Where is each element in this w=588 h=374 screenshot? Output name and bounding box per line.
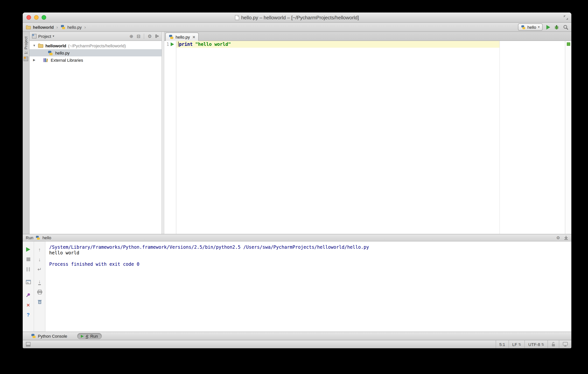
fullscreen-icon[interactable] — [563, 15, 568, 20]
project-tool-window-button[interactable]: 1: Project — [24, 36, 28, 54]
python-file-icon — [61, 25, 65, 30]
tree-file-name: hello.py — [55, 51, 70, 55]
run-configuration-select[interactable]: hello ▾ — [518, 23, 543, 31]
tree-row-external-libraries[interactable]: ▶ External Libraries — [30, 56, 162, 64]
run-panel-title: Run — [26, 235, 33, 240]
toolbar-divider — [144, 33, 144, 39]
run-tab-number: 4 — [86, 334, 88, 338]
close-window-button[interactable] — [26, 15, 31, 20]
run-tool-window-tab[interactable]: ▶ 4: Run — [77, 333, 102, 339]
status-bar: 5:1 LF ⇅ UTF-8 ⇅ — [23, 340, 571, 348]
settings-gear-button[interactable]: ⚙ — [147, 34, 152, 38]
chevron-down-icon: ▾ — [53, 34, 54, 38]
hide-run-panel-button[interactable] — [564, 235, 568, 240]
clear-console-button[interactable] — [35, 298, 44, 306]
main-area: 1: Project Project ▾ ⊕ ⊟ — [23, 32, 571, 234]
monitor-icon[interactable] — [559, 340, 571, 348]
rerun-button[interactable] — [24, 245, 32, 254]
project-tool-window-icon — [23, 57, 28, 62]
run-tab-play-icon: ▶ — [81, 334, 84, 338]
project-view-selector[interactable]: Project — [38, 34, 51, 38]
chevron-right-icon: › — [56, 24, 59, 30]
run-gutter-icon[interactable] — [171, 43, 174, 46]
tree-expand-toggle[interactable]: ▼ — [32, 44, 36, 47]
console-line: /System/Library/Frameworks/Python.framew… — [49, 245, 567, 250]
tree-project-path: (~/PycharmProjects/helloworld) — [68, 43, 126, 48]
encoding-widget[interactable]: UTF-8 ⇅ — [525, 340, 547, 348]
locate-file-button[interactable]: ⊕ — [129, 34, 133, 38]
window-title: hello.py – helloworld – [~/PycharmProjec… — [241, 15, 359, 20]
run-settings-gear-button[interactable]: ⚙ — [556, 235, 560, 240]
python-console-label: Python Console — [38, 334, 67, 338]
toolwindow-toggle-icon[interactable] — [26, 342, 31, 347]
editor-zone: hello.py × 1 print"hello world" — [164, 32, 571, 234]
libraries-icon — [38, 57, 49, 63]
folder-icon — [38, 43, 43, 48]
pycharm-window: hello.py – helloworld – [~/PycharmProjec… — [23, 12, 571, 348]
help-button[interactable]: ? — [24, 310, 32, 319]
tab-label: hello.py — [176, 35, 190, 39]
stop-button[interactable] — [24, 255, 32, 264]
zoom-window-button[interactable] — [42, 15, 46, 20]
editor-tab-strip: hello.py × — [164, 32, 571, 41]
text-caret — [178, 42, 178, 47]
code-area[interactable]: print"hello world" — [176, 41, 565, 234]
print-button[interactable] — [35, 288, 44, 296]
show-console-button[interactable] — [24, 278, 32, 286]
console-line: Process finished with exit code 0 — [49, 262, 567, 267]
code-string: "hello world" — [195, 42, 231, 47]
hide-panel-button[interactable] — [155, 34, 159, 38]
minimize-window-button[interactable] — [34, 15, 39, 20]
updown-chevron-icon: ⇅ — [518, 342, 521, 346]
next-trace-button[interactable]: ↓ — [35, 255, 44, 264]
folder-icon — [26, 25, 31, 29]
pin-tab-button[interactable] — [24, 291, 32, 299]
breadcrumb-file[interactable]: hello.py — [67, 25, 82, 29]
tree-row-hello-py[interactable]: hello.py — [30, 49, 162, 56]
tree-row-project-root[interactable]: ▼ helloworld (~/PycharmProjects/hellowor… — [30, 42, 162, 49]
panel-splitter[interactable] — [162, 32, 164, 234]
python-file-icon — [169, 34, 174, 39]
project-panel-header: Project ▾ ⊕ ⊟ ⚙ — [30, 32, 162, 41]
run-button[interactable] — [546, 25, 550, 29]
collapse-all-button[interactable]: ⊟ — [136, 34, 140, 38]
tab-close-icon[interactable]: × — [193, 34, 195, 40]
chevron-down-icon: ▾ — [538, 25, 540, 29]
search-icon[interactable] — [563, 24, 568, 30]
code-editor[interactable]: 1 print"hello world" — [164, 41, 571, 234]
python-console-tab[interactable]: Python Console — [31, 333, 67, 338]
desktop: hello.py – helloworld – [~/PycharmProjec… — [0, 0, 588, 374]
caret-position-widget[interactable]: 5:1 — [495, 340, 509, 348]
editor-gutter: 1 — [164, 41, 176, 234]
chevron-right-icon: › — [84, 24, 87, 30]
traffic-lights — [26, 15, 46, 20]
line-separator-widget[interactable]: LF ⇅ — [509, 340, 525, 348]
pause-output-button[interactable] — [24, 265, 32, 273]
annotation-bar[interactable] — [565, 41, 571, 234]
tree-expand-toggle[interactable]: ▶ — [32, 58, 36, 62]
tree-external-libraries-label: External Libraries — [51, 58, 83, 62]
line-number: 1 — [164, 42, 169, 47]
readonly-lock-icon[interactable] — [547, 340, 559, 348]
console-line: hello world — [49, 250, 567, 256]
python-console-icon — [31, 333, 36, 338]
run-toolbar-primary: × ? — [23, 242, 34, 331]
prev-trace-button[interactable]: ↑ — [35, 245, 44, 254]
debug-button[interactable] — [554, 24, 559, 30]
close-run-tab-button[interactable]: × — [24, 300, 32, 309]
console-line — [49, 256, 567, 262]
navigation-bar: helloworld › hello.py › hello ▾ — [23, 23, 571, 32]
scroll-to-end-button[interactable]: ↓ — [35, 278, 44, 286]
title-bar[interactable]: hello.py – helloworld – [~/PycharmProjec… — [23, 12, 571, 23]
tree-project-name: helloworld — [45, 43, 66, 48]
run-console-output[interactable]: /System/Library/Frameworks/Python.framew… — [45, 242, 571, 331]
project-panel: Project ▾ ⊕ ⊟ ⚙ ▼ — [30, 32, 162, 234]
run-configuration-label: hello — [527, 25, 536, 29]
tab-hello-py[interactable]: hello.py × — [165, 32, 199, 41]
project-tree: ▼ helloworld (~/PycharmProjects/hellowor… — [30, 41, 162, 64]
run-tab-label: : Run — [88, 334, 98, 338]
python-run-config-icon — [36, 235, 40, 240]
soft-wrap-button[interactable]: ↵ — [35, 265, 44, 273]
breadcrumb-project[interactable]: helloworld — [33, 25, 54, 29]
code-keyword: print — [179, 42, 193, 47]
